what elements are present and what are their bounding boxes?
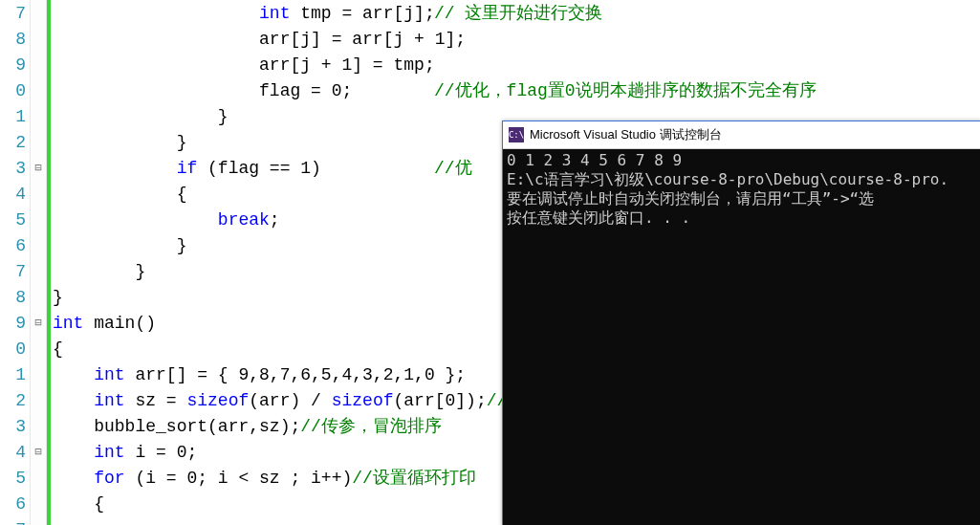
- line-number: 5: [0, 466, 30, 492]
- console-output: 0 1 2 3 4 5 6 7 8 9 E:\c语言学习\初级\course-8…: [503, 149, 980, 230]
- line-number: 3: [0, 156, 30, 182]
- line-number: 7: [0, 517, 30, 525]
- line-number: 1: [0, 104, 30, 130]
- console-titlebar[interactable]: C:\ Microsoft Visual Studio 调试控制台: [503, 121, 980, 149]
- code-line[interactable]: arr[j + 1] = tmp;: [53, 53, 980, 78]
- line-number: 6: [0, 492, 30, 517]
- fold-spacer: [31, 182, 46, 208]
- fold-spacer: [31, 130, 46, 156]
- line-number: 1: [0, 362, 30, 388]
- fold-spacer: [31, 492, 46, 517]
- fold-gutter[interactable]: ⊟⊟⊟: [30, 0, 47, 525]
- line-number: 2: [0, 388, 30, 414]
- line-number: 4: [0, 182, 30, 208]
- code-line[interactable]: int tmp = arr[j];// 这里开始进行交换: [53, 1, 980, 27]
- line-number-gutter: 789012345678901234567: [0, 0, 30, 525]
- fold-spacer: [31, 1, 46, 27]
- line-number: 8: [0, 27, 30, 53]
- fold-spacer: [31, 233, 46, 259]
- console-title: Microsoft Visual Studio 调试控制台: [530, 126, 722, 143]
- code-comment: //优: [434, 156, 472, 182]
- line-number: 4: [0, 440, 30, 466]
- code-comment: //优化，flag置0说明本趟排序的数据不完全有序: [434, 78, 817, 104]
- fold-spacer: [31, 517, 46, 525]
- fold-spacer: [31, 27, 46, 53]
- line-number: 5: [0, 208, 30, 233]
- line-number: 6: [0, 233, 30, 259]
- console-icon: C:\: [509, 127, 524, 142]
- line-number: 3: [0, 414, 30, 440]
- line-number: 9: [0, 311, 30, 337]
- fold-spacer: [31, 78, 46, 104]
- fold-spacer: [31, 388, 46, 414]
- fold-toggle-icon[interactable]: ⊟: [31, 311, 46, 337]
- change-bar: [47, 0, 51, 525]
- line-number: 0: [0, 337, 30, 362]
- fold-toggle-icon[interactable]: ⊟: [31, 440, 46, 466]
- line-number: 9: [0, 53, 30, 78]
- fold-spacer: [31, 104, 46, 130]
- code-comment: // 这里开始进行交换: [434, 1, 602, 27]
- fold-spacer: [31, 259, 46, 285]
- line-number: 7: [0, 1, 30, 27]
- line-number: 7: [0, 259, 30, 285]
- fold-spacer: [31, 414, 46, 440]
- fold-spacer: [31, 466, 46, 492]
- fold-spacer: [31, 362, 46, 388]
- line-number: 8: [0, 285, 30, 311]
- debug-console-window[interactable]: C:\ Microsoft Visual Studio 调试控制台 0 1 2 …: [502, 120, 980, 525]
- fold-spacer: [31, 337, 46, 362]
- fold-spacer: [31, 53, 46, 78]
- code-line[interactable]: flag = 0;//优化，flag置0说明本趟排序的数据不完全有序: [53, 78, 980, 104]
- line-number: 0: [0, 78, 30, 104]
- fold-spacer: [31, 208, 46, 233]
- fold-toggle-icon[interactable]: ⊟: [31, 156, 46, 182]
- line-number: 2: [0, 130, 30, 156]
- fold-spacer: [31, 285, 46, 311]
- code-line[interactable]: arr[j] = arr[j + 1];: [53, 27, 980, 53]
